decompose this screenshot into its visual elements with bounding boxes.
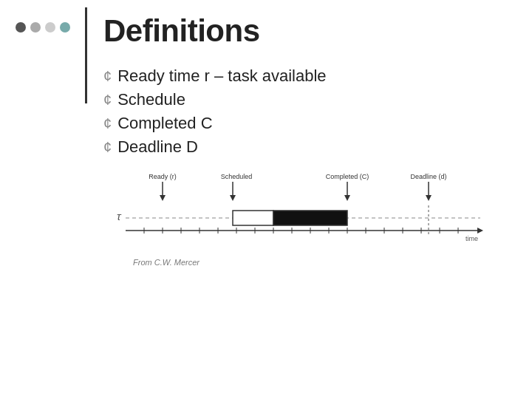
bullet-text-3: Completed C [117,114,212,133]
dot-1 [16,22,26,33]
svg-marker-15 [477,228,483,233]
vertical-divider [85,7,87,103]
list-item-1: ¢ Ready time r – task available [103,66,517,86]
svg-marker-11 [426,195,432,201]
from-credit: From C.W. Mercer [133,258,517,267]
bullet-list: ¢ Ready time r – task available ¢ Schedu… [103,66,517,157]
svg-rect-34 [233,211,273,225]
svg-text:Completed (C): Completed (C) [326,173,369,180]
bullet-icon-4: ¢ [103,139,112,156]
svg-text:time: time [466,235,478,242]
list-item-2: ¢ Schedule [103,90,517,109]
page-title: Definitions [103,13,517,49]
dot-3 [45,22,55,33]
svg-marker-5 [160,195,166,201]
main-content: Definitions ¢ Ready time r – task availa… [96,0,532,399]
dot-row [16,22,70,33]
bullet-icon-2: ¢ [103,92,112,109]
svg-text:Deadline (d): Deadline (d) [410,173,446,180]
bullet-icon-3: ¢ [103,115,112,132]
svg-text:τ: τ [117,210,122,222]
svg-marker-7 [230,195,236,201]
timeline-svg: Ready (r) Scheduled Completed (C) Deadli… [103,170,517,255]
list-item-3: ¢ Completed C [103,114,517,133]
list-item-4: ¢ Deadline D [103,137,517,157]
svg-rect-35 [273,211,347,225]
left-panel [0,0,85,399]
svg-text:Scheduled: Scheduled [221,173,253,180]
svg-text:Ready (r): Ready (r) [149,173,177,180]
bullet-text-1: Ready time r – task available [117,66,326,86]
bullet-text-4: Deadline D [117,137,198,157]
dot-4 [60,22,70,33]
dot-2 [30,22,41,33]
bullet-icon-1: ¢ [103,68,112,85]
bullet-text-2: Schedule [117,90,185,109]
timeline-diagram: Ready (r) Scheduled Completed (C) Deadli… [103,170,517,259]
svg-marker-9 [344,195,350,201]
